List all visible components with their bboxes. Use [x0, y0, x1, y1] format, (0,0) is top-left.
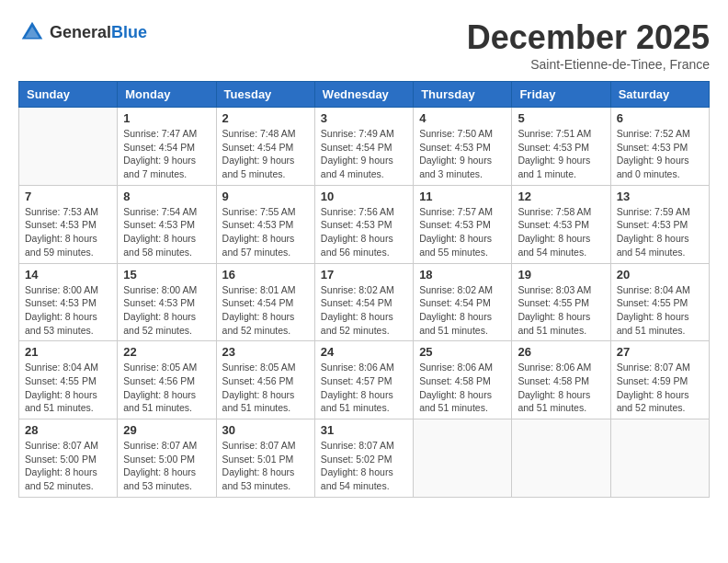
day-number: 22: [123, 345, 210, 359]
day-info: Sunrise: 8:01 AMSunset: 4:54 PMDaylight:…: [222, 283, 309, 338]
calendar-cell: 13Sunrise: 7:59 AMSunset: 4:53 PMDayligh…: [610, 185, 709, 263]
calendar-cell: 31Sunrise: 8:07 AMSunset: 5:02 PMDayligh…: [314, 419, 413, 498]
page-header: GeneralBlue December 2025 Saint-Etienne-…: [18, 18, 710, 72]
day-info: Sunrise: 8:06 AMSunset: 4:58 PMDaylight:…: [518, 361, 604, 415]
day-number: 9: [222, 190, 309, 203]
calendar-week-row: 14Sunrise: 8:00 AMSunset: 4:53 PMDayligh…: [19, 263, 710, 341]
day-number: 28: [25, 423, 111, 437]
weekday-header: Saturday: [610, 82, 709, 108]
calendar-cell: [19, 108, 118, 186]
day-number: 20: [617, 268, 703, 282]
calendar-week-row: 21Sunrise: 8:04 AMSunset: 4:55 PMDayligh…: [19, 341, 710, 419]
logo: GeneralBlue: [18, 18, 147, 46]
calendar-cell: 4Sunrise: 7:50 AMSunset: 4:53 PMDaylight…: [414, 108, 512, 186]
day-info: Sunrise: 8:03 AMSunset: 4:55 PMDaylight:…: [518, 283, 604, 338]
day-info: Sunrise: 7:48 AMSunset: 4:54 PMDaylight:…: [222, 127, 309, 181]
day-number: 11: [419, 190, 506, 203]
day-info: Sunrise: 8:05 AMSunset: 4:56 PMDaylight:…: [123, 361, 210, 415]
day-info: Sunrise: 8:00 AMSunset: 4:53 PMDaylight:…: [25, 283, 111, 338]
day-info: Sunrise: 8:06 AMSunset: 4:58 PMDaylight:…: [419, 361, 506, 415]
calendar-table: SundayMondayTuesdayWednesdayThursdayFrid…: [18, 81, 710, 498]
day-number: 12: [518, 190, 604, 203]
calendar-cell: 25Sunrise: 8:06 AMSunset: 4:58 PMDayligh…: [414, 341, 512, 419]
calendar-cell: 2Sunrise: 7:48 AMSunset: 4:54 PMDaylight…: [216, 108, 314, 186]
day-number: 15: [123, 268, 210, 282]
calendar-cell: 17Sunrise: 8:02 AMSunset: 4:54 PMDayligh…: [314, 263, 413, 341]
calendar-week-row: 28Sunrise: 8:07 AMSunset: 5:00 PMDayligh…: [19, 419, 710, 498]
calendar-cell: 8Sunrise: 7:54 AMSunset: 4:53 PMDaylight…: [118, 185, 216, 263]
day-number: 29: [123, 423, 210, 437]
calendar-cell: 7Sunrise: 7:53 AMSunset: 4:53 PMDaylight…: [19, 185, 118, 263]
day-number: 23: [222, 345, 309, 359]
calendar-cell: 10Sunrise: 7:56 AMSunset: 4:53 PMDayligh…: [314, 185, 413, 263]
day-number: 7: [25, 190, 111, 203]
day-number: 13: [617, 190, 703, 203]
calendar-cell: 15Sunrise: 8:00 AMSunset: 4:53 PMDayligh…: [118, 263, 216, 341]
day-info: Sunrise: 8:07 AMSunset: 5:02 PMDaylight:…: [321, 439, 407, 493]
calendar-cell: 29Sunrise: 8:07 AMSunset: 5:00 PMDayligh…: [118, 419, 216, 498]
day-number: 6: [617, 111, 703, 125]
logo-blue: Blue: [111, 23, 147, 41]
day-info: Sunrise: 7:54 AMSunset: 4:53 PMDaylight:…: [123, 205, 210, 259]
weekday-header: Thursday: [414, 82, 512, 108]
day-info: Sunrise: 8:00 AMSunset: 4:53 PMDaylight:…: [123, 283, 210, 338]
weekday-header: Tuesday: [216, 82, 314, 108]
day-number: 18: [419, 268, 506, 282]
calendar-cell: 23Sunrise: 8:05 AMSunset: 4:56 PMDayligh…: [216, 341, 314, 419]
calendar-cell: 28Sunrise: 8:07 AMSunset: 5:00 PMDayligh…: [19, 419, 118, 498]
day-info: Sunrise: 7:51 AMSunset: 4:53 PMDaylight:…: [518, 127, 604, 181]
day-number: 26: [518, 345, 604, 359]
day-info: Sunrise: 8:07 AMSunset: 4:59 PMDaylight:…: [617, 361, 703, 415]
calendar-cell: [414, 419, 512, 498]
calendar-cell: 27Sunrise: 8:07 AMSunset: 4:59 PMDayligh…: [610, 341, 709, 419]
month-title: December 2025: [467, 18, 710, 57]
calendar-cell: 11Sunrise: 7:57 AMSunset: 4:53 PMDayligh…: [414, 185, 512, 263]
day-info: Sunrise: 8:02 AMSunset: 4:54 PMDaylight:…: [419, 283, 506, 338]
day-info: Sunrise: 8:05 AMSunset: 4:56 PMDaylight:…: [222, 361, 309, 415]
day-info: Sunrise: 7:55 AMSunset: 4:53 PMDaylight:…: [222, 205, 309, 259]
day-number: 19: [518, 268, 604, 282]
day-number: 5: [518, 111, 604, 125]
weekday-header: Monday: [118, 82, 216, 108]
day-info: Sunrise: 7:59 AMSunset: 4:53 PMDaylight:…: [617, 205, 703, 259]
calendar-cell: 18Sunrise: 8:02 AMSunset: 4:54 PMDayligh…: [414, 263, 512, 341]
weekday-header: Wednesday: [314, 82, 413, 108]
calendar-cell: 14Sunrise: 8:00 AMSunset: 4:53 PMDayligh…: [19, 263, 118, 341]
calendar-cell: [512, 419, 610, 498]
day-number: 3: [321, 111, 407, 125]
calendar-cell: 16Sunrise: 8:01 AMSunset: 4:54 PMDayligh…: [216, 263, 314, 341]
calendar-cell: 19Sunrise: 8:03 AMSunset: 4:55 PMDayligh…: [512, 263, 610, 341]
day-info: Sunrise: 8:07 AMSunset: 5:00 PMDaylight:…: [25, 439, 111, 493]
day-info: Sunrise: 7:49 AMSunset: 4:54 PMDaylight:…: [321, 127, 407, 181]
weekday-header-row: SundayMondayTuesdayWednesdayThursdayFrid…: [19, 82, 710, 108]
day-number: 8: [123, 190, 210, 203]
day-info: Sunrise: 7:56 AMSunset: 4:53 PMDaylight:…: [321, 205, 407, 259]
calendar-cell: 30Sunrise: 8:07 AMSunset: 5:01 PMDayligh…: [216, 419, 314, 498]
calendar-cell: [610, 419, 709, 498]
day-info: Sunrise: 7:47 AMSunset: 4:54 PMDaylight:…: [123, 127, 210, 181]
calendar-cell: 20Sunrise: 8:04 AMSunset: 4:55 PMDayligh…: [610, 263, 709, 341]
day-info: Sunrise: 7:50 AMSunset: 4:53 PMDaylight:…: [419, 127, 506, 181]
day-number: 24: [321, 345, 407, 359]
logo-icon: [18, 18, 46, 46]
calendar-week-row: 7Sunrise: 7:53 AMSunset: 4:53 PMDaylight…: [19, 185, 710, 263]
day-info: Sunrise: 8:07 AMSunset: 5:00 PMDaylight:…: [123, 439, 210, 493]
title-area: December 2025 Saint-Etienne-de-Tinee, Fr…: [467, 18, 710, 72]
weekday-header: Friday: [512, 82, 610, 108]
weekday-header: Sunday: [19, 82, 118, 108]
day-info: Sunrise: 7:58 AMSunset: 4:53 PMDaylight:…: [518, 205, 604, 259]
logo-text: GeneralBlue: [50, 23, 147, 42]
calendar-cell: 12Sunrise: 7:58 AMSunset: 4:53 PMDayligh…: [512, 185, 610, 263]
day-number: 4: [419, 111, 506, 125]
calendar-cell: 5Sunrise: 7:51 AMSunset: 4:53 PMDaylight…: [512, 108, 610, 186]
day-info: Sunrise: 8:02 AMSunset: 4:54 PMDaylight:…: [321, 283, 407, 338]
calendar-cell: 26Sunrise: 8:06 AMSunset: 4:58 PMDayligh…: [512, 341, 610, 419]
day-number: 17: [321, 268, 407, 282]
calendar-cell: 9Sunrise: 7:55 AMSunset: 4:53 PMDaylight…: [216, 185, 314, 263]
calendar-cell: 3Sunrise: 7:49 AMSunset: 4:54 PMDaylight…: [314, 108, 413, 186]
day-info: Sunrise: 8:06 AMSunset: 4:57 PMDaylight:…: [321, 361, 407, 415]
day-number: 16: [222, 268, 309, 282]
calendar-cell: 1Sunrise: 7:47 AMSunset: 4:54 PMDaylight…: [118, 108, 216, 186]
calendar-week-row: 1Sunrise: 7:47 AMSunset: 4:54 PMDaylight…: [19, 108, 710, 186]
day-info: Sunrise: 7:57 AMSunset: 4:53 PMDaylight:…: [419, 205, 506, 259]
